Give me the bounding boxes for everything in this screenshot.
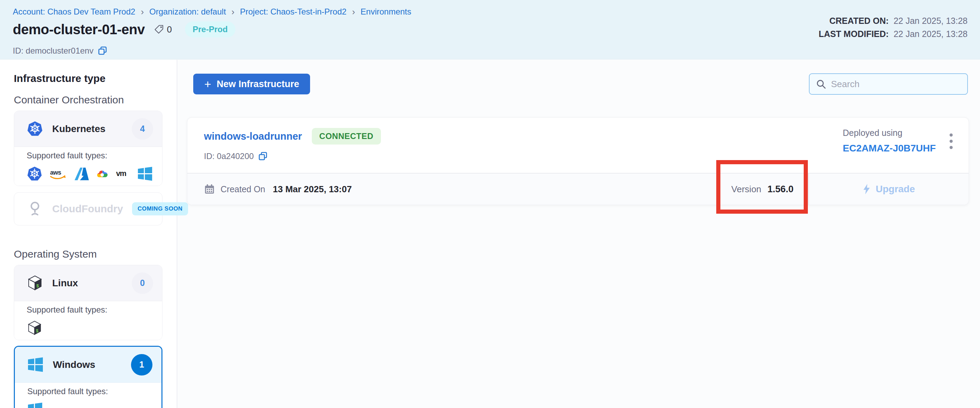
linux-icon xyxy=(27,320,43,336)
azure-icon xyxy=(73,166,89,182)
breadcrumb-account[interactable]: Account: Chaos Dev Team Prod2 xyxy=(13,7,135,17)
breadcrumb-organization[interactable]: Organization: default xyxy=(150,7,226,17)
fault-type-icons xyxy=(27,166,153,182)
tag-count: 0 xyxy=(167,24,172,35)
infrastructure-name-link[interactable]: windows-loadrunner xyxy=(204,131,302,142)
breadcrumb-separator: › xyxy=(141,7,144,17)
upgrade-button[interactable]: Upgrade xyxy=(808,174,969,205)
infra-type-card-linux[interactable]: Linux 0 Supported fault types: xyxy=(14,265,162,340)
windows-icon xyxy=(27,357,44,373)
environment-type-badge: Pre-Prod xyxy=(185,21,235,37)
tag-icon xyxy=(154,24,164,35)
aws-icon xyxy=(49,166,66,182)
copy-icon[interactable] xyxy=(97,46,107,56)
supported-fault-types-label: Supported fault types: xyxy=(27,386,153,397)
infrastructure-list-panel: + New Infrastructure windows-loadrunner … xyxy=(178,60,980,408)
kubernetes-icon xyxy=(27,121,43,137)
last-modified-label: LAST MODIFIED: xyxy=(819,29,889,39)
fault-type-icons xyxy=(27,320,153,336)
new-infrastructure-button[interactable]: + New Infrastructure xyxy=(193,74,310,94)
deployed-using-block: Deployed using EC2AMAZ-J0B7UHF xyxy=(843,128,936,154)
search-box xyxy=(809,73,968,95)
environment-id: ID: democluster01env xyxy=(13,46,93,56)
search-icon xyxy=(816,79,826,89)
created-on-label: CREATED ON: xyxy=(829,16,889,26)
windows-count-badge: 1 xyxy=(131,354,153,376)
page-header: Account: Chaos Dev Team Prod2 › Organiza… xyxy=(0,0,980,59)
cloudfoundry-icon xyxy=(27,201,43,217)
version-value: 1.56.0 xyxy=(767,184,793,194)
deployed-using-label: Deployed using xyxy=(843,128,936,138)
kubernetes-icon xyxy=(27,166,43,182)
calendar-icon xyxy=(204,183,215,194)
linux-icon xyxy=(27,275,43,292)
created-on-value: 22 Jan 2025, 13:28 xyxy=(894,16,967,26)
search-input[interactable] xyxy=(831,79,961,89)
windows-icon xyxy=(27,402,43,408)
card-menu-kebab-icon[interactable] xyxy=(948,131,955,151)
infrastructure-id: ID: 0a240200 xyxy=(204,151,254,161)
infrastructure-card-footer: Created On 13 Mar 2025, 13:07 Version 1.… xyxy=(187,173,969,205)
breadcrumb-separator: › xyxy=(352,7,355,17)
infra-type-name: Linux xyxy=(52,278,78,289)
new-infrastructure-label: New Infrastructure xyxy=(217,79,299,89)
supported-fault-types-label: Supported fault types: xyxy=(27,304,153,315)
created-on-value: 13 Mar 2025, 13:07 xyxy=(273,184,352,194)
infra-type-card-kubernetes[interactable]: Kubernetes 4 Supported fault types: xyxy=(14,111,162,186)
breadcrumb-separator: › xyxy=(232,7,235,17)
version-cell: Version 1.56.0 xyxy=(717,174,808,205)
tags-indicator: 0 xyxy=(154,24,172,35)
deployed-using-link[interactable]: EC2AMAZ-J0B7UHF xyxy=(843,143,936,154)
section-operating-system: Operating System xyxy=(14,248,177,260)
sidebar-heading: Infrastructure type xyxy=(14,73,177,84)
breadcrumb-environments[interactable]: Environments xyxy=(361,7,411,17)
page-title: demo-cluster-01-env xyxy=(13,22,145,37)
environment-meta: CREATED ON: 22 Jan 2025, 13:28 LAST MODI… xyxy=(819,16,967,42)
supported-fault-types-label: Supported fault types: xyxy=(27,150,153,161)
copy-icon[interactable] xyxy=(258,151,267,161)
vmware-icon xyxy=(116,166,130,182)
breadcrumb: Account: Chaos Dev Team Prod2 › Organiza… xyxy=(13,7,411,17)
breadcrumb-project[interactable]: Project: Chaos-Test-in-Prod2 xyxy=(240,7,346,17)
infra-type-name: CloudFoundry xyxy=(52,203,123,215)
section-container-orchestration: Container Orchestration xyxy=(14,94,177,106)
lightning-bolt-icon xyxy=(862,183,871,194)
kubernetes-count-badge: 4 xyxy=(132,118,153,140)
connected-status-badge: CONNECTED xyxy=(312,128,381,145)
infrastructure-type-sidebar: Infrastructure type Container Orchestrat… xyxy=(0,60,177,408)
infra-type-card-cloudfoundry[interactable]: CloudFoundry COMING SOON xyxy=(14,192,162,225)
linux-count-badge: 0 xyxy=(132,273,153,294)
infra-type-card-windows[interactable]: Windows 1 Supported fault types: xyxy=(14,346,162,408)
infra-type-name: Windows xyxy=(53,359,95,370)
infrastructure-card: windows-loadrunner CONNECTED ID: 0a24020… xyxy=(187,117,969,205)
environment-details-page: { "breadcrumb": { "separator": "›", "ite… xyxy=(0,0,980,408)
gcp-icon xyxy=(96,167,109,181)
fault-type-icons xyxy=(27,402,153,408)
last-modified-value: 22 Jan 2025, 13:28 xyxy=(894,29,967,39)
infra-type-name: Kubernetes xyxy=(52,123,105,134)
created-on-label: Created On xyxy=(221,184,265,194)
windows-icon xyxy=(137,166,153,182)
version-label: Version xyxy=(732,184,762,194)
plus-icon: + xyxy=(204,79,211,89)
upgrade-label: Upgrade xyxy=(876,183,915,194)
